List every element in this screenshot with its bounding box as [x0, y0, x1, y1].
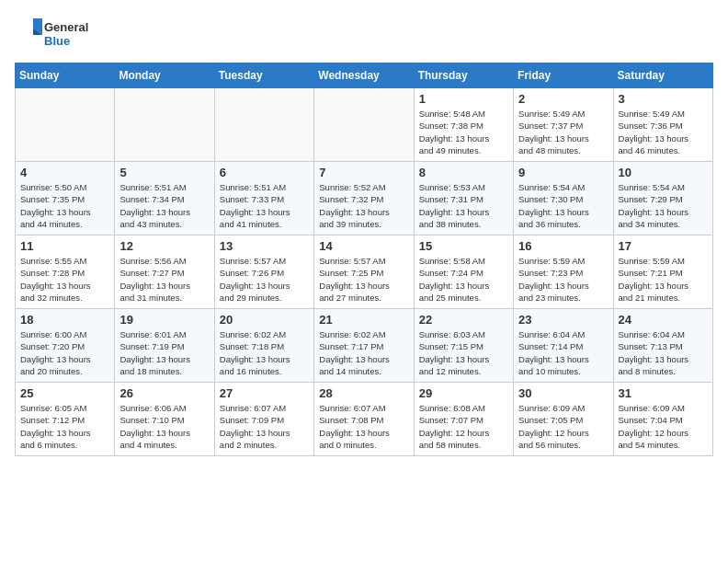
day-number: 5	[119, 166, 209, 179]
day-number: 31	[619, 386, 708, 400]
day-info: Sunrise: 6:09 AM Sunset: 7:05 PM Dayligh…	[518, 402, 608, 451]
day-number: 25	[20, 386, 109, 400]
day-info: Sunrise: 5:57 AM Sunset: 7:26 PM Dayligh…	[220, 255, 309, 304]
svg-text:Blue: Blue	[44, 34, 70, 48]
day-header-saturday: Saturday	[613, 63, 712, 88]
calendar-cell: 19Sunrise: 6:01 AM Sunset: 7:19 PM Dayli…	[115, 309, 214, 383]
calendar-cell: 21Sunrise: 6:02 AM Sunset: 7:17 PM Dayli…	[314, 309, 414, 383]
day-info: Sunrise: 6:00 AM Sunset: 7:20 PM Dayligh…	[20, 328, 109, 377]
day-number: 4	[20, 166, 109, 179]
day-number: 20	[220, 313, 309, 327]
calendar-cell: 12Sunrise: 5:56 AM Sunset: 7:27 PM Dayli…	[115, 236, 214, 309]
day-number: 21	[319, 313, 408, 327]
day-number: 17	[619, 239, 708, 253]
day-info: Sunrise: 5:58 AM Sunset: 7:24 PM Dayligh…	[419, 255, 508, 304]
day-info: Sunrise: 5:54 AM Sunset: 7:29 PM Dayligh…	[619, 181, 708, 230]
calendar-cell: 11Sunrise: 5:55 AM Sunset: 7:28 PM Dayli…	[16, 236, 115, 309]
calendar-cell: 23Sunrise: 6:04 AM Sunset: 7:14 PM Dayli…	[514, 309, 613, 383]
calendar-cell: 20Sunrise: 6:02 AM Sunset: 7:18 PM Dayli…	[214, 309, 313, 383]
calendar-cell: 2Sunrise: 5:49 AM Sunset: 7:37 PM Daylig…	[514, 88, 613, 162]
day-info: Sunrise: 5:48 AM Sunset: 7:38 PM Dayligh…	[419, 108, 508, 156]
calendar-week-row: 11Sunrise: 5:55 AM Sunset: 7:28 PM Dayli…	[16, 236, 713, 309]
day-info: Sunrise: 5:50 AM Sunset: 7:35 PM Dayligh…	[20, 181, 109, 230]
day-info: Sunrise: 5:51 AM Sunset: 7:33 PM Dayligh…	[220, 181, 309, 230]
calendar-cell: 28Sunrise: 6:07 AM Sunset: 7:08 PM Dayli…	[314, 383, 414, 456]
calendar-cell: 6Sunrise: 5:51 AM Sunset: 7:33 PM Daylig…	[214, 162, 313, 236]
calendar-cell: 3Sunrise: 5:49 AM Sunset: 7:36 PM Daylig…	[613, 88, 712, 162]
day-info: Sunrise: 6:07 AM Sunset: 7:09 PM Dayligh…	[220, 402, 309, 451]
calendar-cell: 26Sunrise: 6:06 AM Sunset: 7:10 PM Dayli…	[115, 383, 214, 456]
calendar-cell: 27Sunrise: 6:07 AM Sunset: 7:09 PM Dayli…	[214, 383, 313, 456]
calendar-cell: 16Sunrise: 5:59 AM Sunset: 7:23 PM Dayli…	[514, 236, 613, 309]
day-number: 7	[319, 166, 408, 179]
day-number: 29	[419, 386, 508, 400]
calendar-cell: 8Sunrise: 5:53 AM Sunset: 7:31 PM Daylig…	[414, 162, 513, 236]
day-number: 18	[20, 313, 109, 327]
calendar-cell: 4Sunrise: 5:50 AM Sunset: 7:35 PM Daylig…	[16, 162, 115, 236]
day-info: Sunrise: 5:53 AM Sunset: 7:31 PM Dayligh…	[419, 181, 508, 230]
day-number: 8	[419, 166, 508, 179]
calendar-week-row: 18Sunrise: 6:00 AM Sunset: 7:20 PM Dayli…	[16, 309, 713, 383]
day-info: Sunrise: 6:03 AM Sunset: 7:15 PM Dayligh…	[419, 328, 508, 377]
calendar-cell: 31Sunrise: 6:09 AM Sunset: 7:04 PM Dayli…	[613, 383, 712, 456]
day-number: 22	[419, 313, 508, 327]
day-info: Sunrise: 6:09 AM Sunset: 7:04 PM Dayligh…	[619, 402, 708, 451]
day-info: Sunrise: 6:04 AM Sunset: 7:14 PM Dayligh…	[518, 328, 608, 377]
day-info: Sunrise: 5:59 AM Sunset: 7:21 PM Dayligh…	[619, 255, 708, 304]
day-number: 14	[319, 239, 408, 253]
calendar-header-row: SundayMondayTuesdayWednesdayThursdayFrid…	[16, 63, 713, 88]
day-header-tuesday: Tuesday	[214, 63, 313, 88]
day-info: Sunrise: 6:02 AM Sunset: 7:18 PM Dayligh…	[220, 328, 309, 377]
day-number: 13	[220, 239, 309, 253]
calendar-cell: 1Sunrise: 5:48 AM Sunset: 7:38 PM Daylig…	[414, 88, 513, 162]
day-info: Sunrise: 6:04 AM Sunset: 7:13 PM Dayligh…	[619, 328, 708, 377]
day-info: Sunrise: 6:05 AM Sunset: 7:12 PM Dayligh…	[20, 402, 109, 451]
day-info: Sunrise: 6:01 AM Sunset: 7:19 PM Dayligh…	[119, 328, 209, 377]
calendar-cell: 7Sunrise: 5:52 AM Sunset: 7:32 PM Daylig…	[314, 162, 414, 236]
day-number: 16	[518, 239, 608, 253]
calendar-week-row: 1Sunrise: 5:48 AM Sunset: 7:38 PM Daylig…	[16, 88, 713, 162]
day-number: 26	[119, 386, 209, 400]
day-info: Sunrise: 5:55 AM Sunset: 7:28 PM Dayligh…	[20, 255, 109, 304]
calendar-cell	[16, 88, 115, 162]
svg-text:General: General	[44, 20, 88, 34]
day-number: 2	[518, 92, 608, 106]
header: General Blue	[15, 15, 713, 52]
day-info: Sunrise: 5:51 AM Sunset: 7:34 PM Dayligh…	[119, 181, 209, 230]
day-number: 6	[220, 166, 309, 179]
day-number: 27	[220, 386, 309, 400]
day-number: 24	[619, 313, 708, 327]
day-number: 9	[518, 166, 608, 179]
logo-svg: General Blue	[15, 15, 97, 52]
calendar-cell: 15Sunrise: 5:58 AM Sunset: 7:24 PM Dayli…	[414, 236, 513, 309]
day-info: Sunrise: 6:07 AM Sunset: 7:08 PM Dayligh…	[319, 402, 408, 451]
day-number: 28	[319, 386, 408, 400]
calendar-cell: 30Sunrise: 6:09 AM Sunset: 7:05 PM Dayli…	[514, 383, 613, 456]
calendar-cell: 29Sunrise: 6:08 AM Sunset: 7:07 PM Dayli…	[414, 383, 513, 456]
day-number: 30	[518, 386, 608, 400]
calendar-cell	[214, 88, 313, 162]
day-info: Sunrise: 5:59 AM Sunset: 7:23 PM Dayligh…	[518, 255, 608, 304]
calendar-cell: 25Sunrise: 6:05 AM Sunset: 7:12 PM Dayli…	[16, 383, 115, 456]
day-number: 11	[20, 239, 109, 253]
day-info: Sunrise: 5:57 AM Sunset: 7:25 PM Dayligh…	[319, 255, 408, 304]
calendar-cell	[115, 88, 214, 162]
calendar-week-row: 25Sunrise: 6:05 AM Sunset: 7:12 PM Dayli…	[16, 383, 713, 456]
calendar-cell	[314, 88, 414, 162]
calendar-week-row: 4Sunrise: 5:50 AM Sunset: 7:35 PM Daylig…	[16, 162, 713, 236]
day-info: Sunrise: 5:49 AM Sunset: 7:36 PM Dayligh…	[619, 108, 708, 156]
day-header-monday: Monday	[115, 63, 214, 88]
calendar-cell: 14Sunrise: 5:57 AM Sunset: 7:25 PM Dayli…	[314, 236, 414, 309]
day-info: Sunrise: 6:08 AM Sunset: 7:07 PM Dayligh…	[419, 402, 508, 451]
day-header-friday: Friday	[514, 63, 613, 88]
day-info: Sunrise: 5:54 AM Sunset: 7:30 PM Dayligh…	[518, 181, 608, 230]
calendar-cell: 5Sunrise: 5:51 AM Sunset: 7:34 PM Daylig…	[115, 162, 214, 236]
day-info: Sunrise: 6:02 AM Sunset: 7:17 PM Dayligh…	[319, 328, 408, 377]
day-number: 3	[619, 92, 708, 106]
logo: General Blue	[15, 15, 97, 52]
day-header-wednesday: Wednesday	[314, 63, 414, 88]
calendar-table: SundayMondayTuesdayWednesdayThursdayFrid…	[15, 63, 713, 456]
day-info: Sunrise: 6:06 AM Sunset: 7:10 PM Dayligh…	[119, 402, 209, 451]
day-header-sunday: Sunday	[16, 63, 115, 88]
calendar-cell: 24Sunrise: 6:04 AM Sunset: 7:13 PM Dayli…	[613, 309, 712, 383]
